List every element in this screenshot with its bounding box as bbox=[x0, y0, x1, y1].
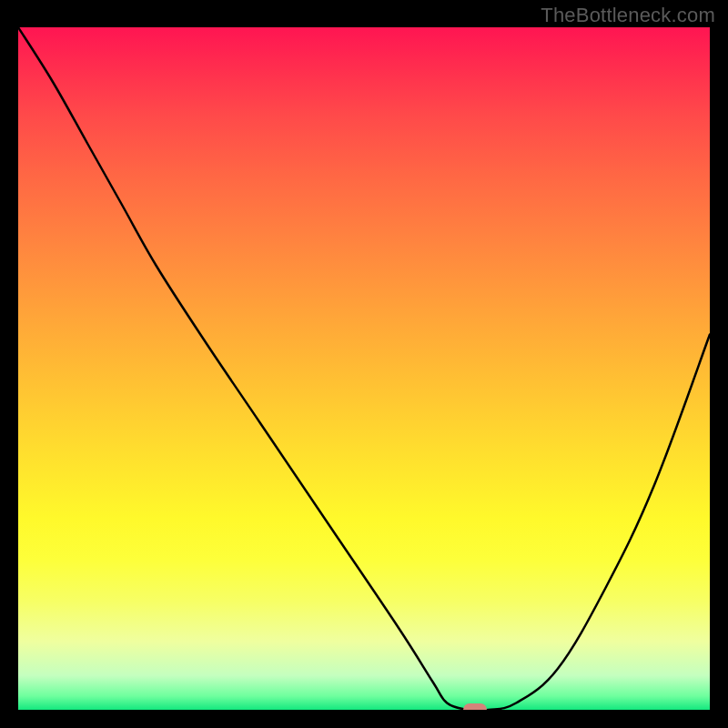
optimal-marker bbox=[463, 703, 487, 710]
curve-svg bbox=[18, 27, 710, 710]
plot-area bbox=[18, 27, 710, 710]
chart-container: TheBottleneck.com bbox=[0, 0, 728, 728]
bottleneck-curve bbox=[18, 27, 710, 710]
watermark-text: TheBottleneck.com bbox=[541, 4, 715, 27]
